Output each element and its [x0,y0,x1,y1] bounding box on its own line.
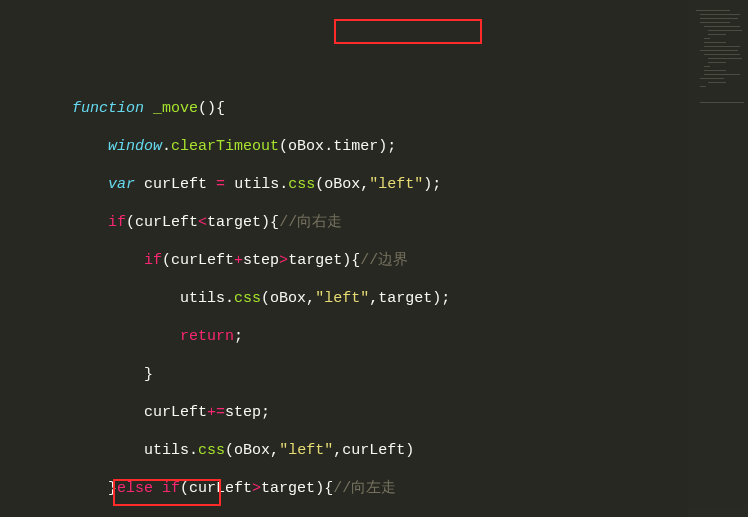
highlight-box-1 [334,19,482,44]
kw-function: function [72,100,144,117]
fn-name: _move [153,100,198,117]
code-line: return; [0,327,748,346]
code-line: if(curLeft+step>target){//边界 [0,251,748,270]
kw-return: return [180,328,234,345]
code-line: curLeft+=step; [0,403,748,422]
fn-clearTimeout: clearTimeout [171,138,279,155]
code-line: utils.css(oBox,"left",target); [0,289,748,308]
code-line: if(curLeft<target){//向右走 [0,213,748,232]
code-line: window.clearTimeout(oBox.timer); [0,137,748,156]
code-line: } [0,365,748,384]
code-line: var curLeft = utils.css(oBox,"left"); [0,175,748,194]
code-line: function _move(){ [0,99,748,118]
kw-elseif: else if [117,480,180,497]
comment: //向左走 [333,480,396,497]
kw-if: if [144,252,162,269]
minimap[interactable] [688,0,748,517]
code-editor[interactable]: function _move(){ window.clearTimeout(oB… [0,80,748,517]
kw-var: var [108,176,135,193]
code-line: utils.css(oBox,"left",curLeft) [0,441,748,460]
comment: //边界 [360,252,408,269]
code-line: }else if(curLeft>target){//向左走 [0,479,748,498]
obj-window: window [108,138,162,155]
comment: //向右走 [279,214,342,231]
kw-if: if [108,214,126,231]
